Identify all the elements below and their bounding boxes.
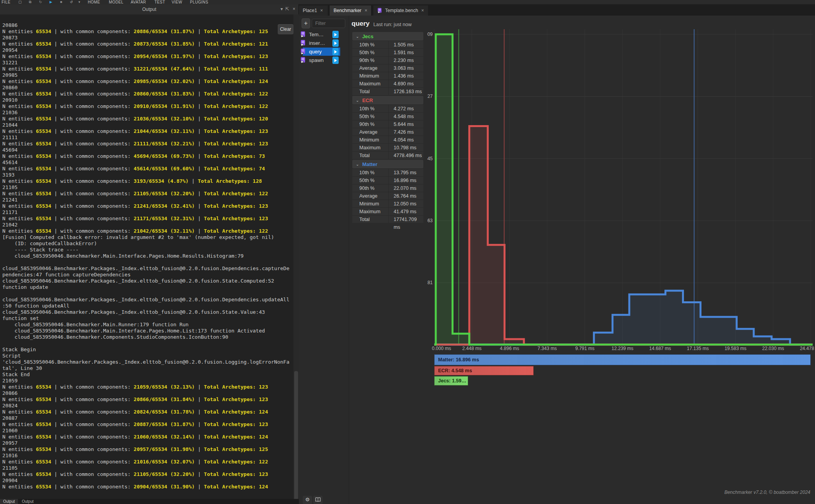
doc-tab-template-bench[interactable]: Template.bench× bbox=[373, 5, 428, 16]
x-axis-label: 24.478 ms bbox=[800, 346, 815, 351]
doc-tab-place1[interactable]: Place1× bbox=[299, 5, 328, 16]
menu-tab-view[interactable]: VIEW bbox=[172, 0, 182, 4]
menu-tab-plugins[interactable]: PLUGINS bbox=[190, 0, 208, 4]
stat-value: 4.272 ms bbox=[389, 105, 423, 112]
list-item-inser[interactable]: inser… bbox=[299, 39, 349, 47]
menu-tab-model[interactable]: MODEL bbox=[109, 0, 124, 4]
console-line: 20860 bbox=[2, 85, 293, 91]
console-line: N entities 65534 | with common component… bbox=[2, 66, 293, 72]
section-name: Jecs bbox=[362, 34, 373, 39]
y-axis-label: 727 bbox=[427, 94, 433, 99]
redo-icon[interactable]: ↻ bbox=[39, 0, 42, 4]
close-icon[interactable]: × bbox=[293, 6, 295, 12]
script-icon bbox=[300, 57, 305, 63]
x-axis-label: 0.000 ms bbox=[432, 346, 451, 351]
stats-row: 10th %4.272 ms bbox=[352, 104, 423, 112]
section-name: ECR bbox=[362, 97, 373, 103]
run-benchmark-button[interactable] bbox=[332, 31, 339, 38]
stat-value: 1.505 ms bbox=[389, 41, 423, 48]
output-dock-label: Output bbox=[22, 499, 34, 504]
output-dock-tab[interactable]: Output bbox=[0, 499, 18, 504]
console-line: 21016 bbox=[2, 453, 293, 459]
caret-down-icon[interactable]: ▾ bbox=[78, 0, 80, 4]
close-icon[interactable]: × bbox=[364, 8, 367, 13]
stats-row: Total1726.163 ms bbox=[352, 87, 423, 95]
run-benchmark-button[interactable] bbox=[332, 48, 339, 55]
legend-bar-matter: Matter: 16.896 ms bbox=[434, 354, 811, 365]
clear-button[interactable]: Clear bbox=[278, 24, 293, 34]
add-benchmark-button[interactable]: + bbox=[302, 18, 310, 28]
close-icon[interactable]: × bbox=[320, 8, 323, 13]
stats-section-header-matter[interactable]: ⌄Matter bbox=[352, 160, 423, 168]
stat-label: 50th % bbox=[352, 113, 389, 120]
console-line: 'cloud_5853950046.Benchmarker.Packages._… bbox=[2, 359, 293, 365]
console-line: 21060 bbox=[2, 428, 293, 434]
console-line: N entities 65534 | with common component… bbox=[2, 446, 293, 453]
play-icon bbox=[334, 41, 337, 45]
filter-input[interactable] bbox=[312, 19, 345, 28]
stat-label: 10th % bbox=[352, 169, 389, 176]
console-line: tal', Line 30 bbox=[2, 365, 293, 371]
console-line: cloud_5853950046.Benchmarker.Components.… bbox=[2, 334, 293, 340]
open-icon[interactable]: ⧉ bbox=[29, 0, 32, 4]
undo-icon[interactable]: ↺ bbox=[70, 0, 73, 4]
doc-tab-label: Place1 bbox=[303, 8, 317, 13]
console-line: function set bbox=[2, 315, 293, 322]
script-icon bbox=[377, 8, 382, 13]
x-axis-label: 14.687 ms bbox=[649, 346, 671, 351]
console-line: N entities 65534 | with common component… bbox=[2, 166, 293, 172]
menu-file[interactable]: FILE bbox=[2, 0, 11, 4]
stat-value: 26.764 ms bbox=[389, 192, 423, 200]
stats-row: 50th %16.896 ms bbox=[352, 176, 423, 184]
play-icon bbox=[334, 33, 337, 37]
console-line: Script bbox=[2, 353, 293, 359]
console-line: cloud_5853950046.Benchmarker.Main.Interf… bbox=[2, 253, 293, 259]
stat-label: Maximum bbox=[352, 208, 389, 215]
console-line: pendencies:47 function captureDependenci… bbox=[2, 272, 293, 278]
console-line: 20873 bbox=[2, 35, 293, 41]
stats-section-header-ecr[interactable]: ⌄ECR bbox=[352, 96, 423, 104]
run-benchmark-button[interactable] bbox=[332, 57, 339, 64]
console-line: 20887 bbox=[2, 415, 293, 421]
close-icon[interactable]: × bbox=[421, 8, 424, 13]
stat-label: Minimum bbox=[352, 72, 389, 80]
stat-value: 3.063 ms bbox=[389, 64, 423, 72]
console-line: Stack End bbox=[2, 371, 293, 378]
run-benchmark-button[interactable] bbox=[332, 39, 339, 47]
series-fill-ecr bbox=[434, 126, 813, 345]
list-item-tem[interactable]: Tem… bbox=[299, 30, 349, 39]
list-item-query[interactable]: query bbox=[299, 48, 349, 56]
script-icon bbox=[300, 40, 305, 46]
popout-icon[interactable]: ⇱ bbox=[285, 6, 289, 12]
settings-gear-icon[interactable]: ⚙ bbox=[303, 496, 312, 504]
stat-value: 10.798 ms bbox=[389, 144, 423, 151]
console-line: 45614 bbox=[2, 159, 293, 166]
doc-tab-benchmarker[interactable]: Benchmarker× bbox=[330, 5, 371, 16]
stats-row: Total17741.709 ms bbox=[352, 215, 423, 223]
stop-icon[interactable]: ■ bbox=[60, 0, 62, 4]
console-line: N entities 65534 | with common component… bbox=[2, 471, 293, 477]
console-line: 21171 bbox=[2, 209, 293, 216]
console-line: 31221 bbox=[2, 60, 293, 66]
menu-tab-avatar[interactable]: AVATAR bbox=[131, 0, 146, 4]
new-file-icon[interactable]: ▢ bbox=[18, 0, 22, 4]
docs-book-icon[interactable] bbox=[313, 496, 323, 504]
stats-section-header-jecs[interactable]: ⌄Jecs bbox=[352, 32, 423, 41]
play-icon bbox=[334, 58, 337, 62]
stat-label: Total bbox=[352, 88, 389, 95]
stat-value: 1.436 ms bbox=[389, 72, 423, 80]
output-scrollbar[interactable] bbox=[293, 14, 299, 499]
y-axis-label: 909 bbox=[427, 32, 433, 37]
menu-tab-home[interactable]: HOME bbox=[88, 0, 100, 4]
scrollbar-thumb[interactable] bbox=[294, 371, 298, 500]
chevron-down-icon[interactable]: ▾ bbox=[281, 6, 283, 12]
stat-label: 50th % bbox=[352, 49, 389, 56]
console-line: 20824 bbox=[2, 403, 293, 409]
list-item-spawn[interactable]: spawn bbox=[299, 56, 349, 64]
output-titlebar: Output ▾ ⇱ × bbox=[0, 4, 298, 14]
stat-label: Average bbox=[352, 128, 389, 136]
play-icon[interactable]: ▶ bbox=[50, 0, 52, 4]
menu-tab-test[interactable]: TEST bbox=[154, 0, 165, 4]
stats-row: Maximum41.479 ms bbox=[352, 207, 423, 215]
console-line: N entities 65534 | with common component… bbox=[2, 484, 293, 490]
